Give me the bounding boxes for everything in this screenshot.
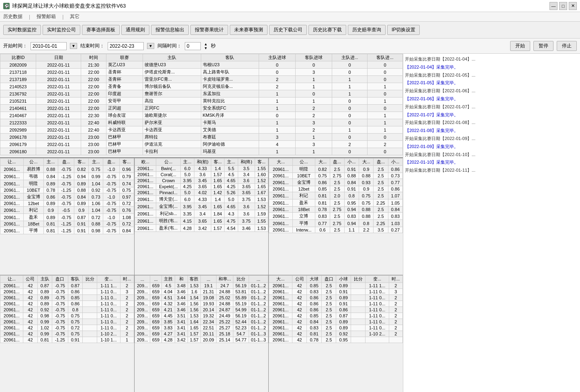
list-item[interactable]: 20961...420.852.50.871-11 0...2 (269, 313, 403, 319)
list-item[interactable]: 20961...Crown3.953.451.654.653.61.52 (135, 178, 268, 184)
list-item[interactable]: 20961...12bet0.89-0.750.891.06-0.750.72 (0, 201, 134, 207)
list-item[interactable]: 20961...420.99-0.750.751-11 0...2 (0, 319, 134, 325)
table-row[interactable]: 21052312022-01-1122:00安哥甲高拉英特克拉比1101 (0, 97, 403, 105)
list-item[interactable]: 20961...韦德0.84-1.250.940.99-0.750.79 (0, 173, 134, 180)
bottom-left-top-table[interactable]: 让...公...主...盘...客...主...盘...客... 20961..… (0, 158, 134, 275)
table-row[interactable]: 20820092022-01-1121:30英乙U23彼德堡U23韦根U2300… (0, 61, 403, 69)
btn-alert-stats[interactable]: 报警赛果统计 (190, 25, 228, 35)
list-item[interactable]: 20961...420.89-0.750.861-11 0...3 (0, 289, 134, 295)
list-item[interactable]: 20961...420.99-0.750.751-10 2...2 (0, 331, 134, 337)
list-item[interactable]: 20961...盈禾(韦...4.283.421.574.543.461.53 (135, 225, 268, 232)
list-item[interactable]: 20961...平博0.81-1.250.910.98-0.750.84 (0, 227, 134, 234)
list-item[interactable]: 20961...420.87-0.750.871-11 1...2 (0, 283, 134, 289)
maximize-button[interactable]: □ (559, 2, 567, 10)
list-item[interactable]: 20961...Bwin(...6.04.331.45.53.51.55 (135, 166, 268, 172)
list-item[interactable]: 20961...420.89-0.750.861-11 0...2 (0, 301, 134, 307)
end-time-input[interactable] (108, 42, 144, 50)
list-item[interactable]: 20961...420.842.50.891-11 0...2 (269, 319, 403, 325)
btn-event-panel[interactable]: 赛事选择面板 (82, 25, 120, 35)
table-row[interactable]: 20961782022-01-1123:00巴林甲席特拉布赛廷3100 (0, 134, 403, 141)
btn-history-match-download[interactable]: 历史比赛下载 (308, 25, 346, 35)
list-item[interactable]: 20961...Interw...0.62.51.12.23.50.27 (269, 227, 403, 233)
list-item[interactable]: 20961...420.852.50.891-11 1...2 (269, 283, 403, 289)
list-item[interactable]: 209...6594.513.441.5419.0825.0255.8901-1… (135, 295, 268, 301)
bottom-middle-bottom-table[interactable]: ......主胜和客胜...和率...比分... 209...6594.53.4… (135, 275, 269, 392)
table-row[interactable]: 21405232022-01-1122:00圣青备博尔顿后备队阿克灵顿后备...… (0, 83, 403, 90)
menu-history-data[interactable]: 历史数据 (3, 13, 22, 20)
stop-button[interactable]: 停止 (557, 41, 577, 51)
list-item[interactable]: 20961...18Bet0.782.750.940.882.50.84 (269, 207, 403, 213)
list-item[interactable]: 20961...420.81-1.250.911-10 1...1 (0, 337, 134, 343)
list-item[interactable]: 20961...明陞0.89-0.750.891.04-0.750.74 (0, 180, 134, 187)
list-item[interactable]: 20961...易胜博0.88-0.750.820.75-1.00.96 (0, 166, 134, 173)
close-button[interactable]: ✕ (569, 2, 577, 10)
list-item[interactable]: 20961...平博0.772.750.940.82.251.03 (269, 220, 403, 227)
list-item[interactable]: 20961...12bet0.852.50.910.92.50.86 (269, 186, 403, 192)
list-item[interactable]: 209...6594.453.511.5319.3224.4956.1901-1… (135, 313, 268, 319)
table-row[interactable]: 21223332022-01-1122:40科威特联萨尔米亚卡斯马1301 (0, 119, 403, 126)
list-item[interactable]: 20961...盈禾0.812.50.950.752.251.05 (269, 199, 403, 207)
btn-realtime-company[interactable]: 实时监控公司 (43, 25, 80, 35)
list-item[interactable]: 209...6593.853.411.6422.3425.2252.4401-1… (135, 319, 268, 325)
table-row[interactable]: 20961802022-01-1123:00巴林甲卡拉利玛基亚1100 (0, 148, 403, 155)
end-time-calendar-btn[interactable]: ▼ (147, 43, 154, 49)
table-row[interactable]: 20961792022-01-1123:00巴林甲伊道法克阿伊迪哈德4322 (0, 141, 403, 148)
list-item[interactable]: 20961...利记sb...3.353.41.844.33.61.59 (135, 210, 268, 217)
list-item[interactable]: 20961...420.862.50.891-11 0...2 (269, 295, 403, 301)
list-item[interactable]: 20961...10BET0.78-1.250.880.92-0.750.75 (0, 187, 134, 193)
list-item[interactable]: 20961...金宝博(...3.953.451.654.653.61.52 (135, 203, 268, 210)
list-item[interactable]: 20961...421.02-0.750.721-11 0...2 (0, 325, 134, 331)
list-item[interactable]: 20961...420.862.50.861-11 0...2 (269, 307, 403, 313)
list-item[interactable]: 20961...金宝博0.862.50.840.932.50.77 (269, 179, 403, 186)
bottom-right-bottom-table[interactable]: 大...公司大球盘口小球比分变...时... 20961...420.852.5… (269, 275, 403, 392)
menu-email[interactable]: 报警邮箱 (37, 13, 56, 20)
list-item[interactable]: 20961...明胜(韦...4.153.651.654.753.751.55 (135, 217, 268, 225)
list-item[interactable]: 20961...盈禾0.89-0.750.870.72-1.01.08 (0, 214, 134, 221)
table-row[interactable]: 21371892022-01-1122:00圣青杯雷亚尔FC青...卡皮哇瑞罗青… (0, 76, 403, 83)
start-time-calendar-btn[interactable]: ▼ (70, 43, 77, 49)
list-item[interactable]: 20961...420.812.50.921-10 2...2 (269, 331, 403, 337)
list-item[interactable]: 209...6594.283.421.5720.0925.1454.7701-1… (135, 337, 268, 343)
pause-button[interactable]: 暂停 (533, 41, 553, 51)
list-item[interactable]: 20961...420.92-0.750.81-11 0...2 (0, 307, 134, 313)
list-item[interactable]: 209...6594.213.461.5620.1424.8754.9901-1… (135, 307, 268, 313)
start-time-input[interactable] (31, 42, 67, 50)
list-item[interactable]: 20961...立博0.832.50.830.882.50.83 (269, 213, 403, 220)
btn-realtime-monitor[interactable]: 实时数据监控 (3, 25, 41, 35)
table-row[interactable]: 20929892022-01-1122:40卡达西亚卡达西亚艾美德1211 (0, 126, 403, 134)
btn-alert-output[interactable]: 报警信息输出 (151, 25, 189, 35)
table-row[interactable]: 21371182022-01-1122:00圣青杯伊塔皮伦斯青...高上路青年队… (0, 69, 403, 76)
list-item[interactable]: 20961...利记0.9-0.50.91.04-0.750.76 (0, 207, 134, 214)
list-item[interactable]: 209...6594.043.461.621.3124.8853.8101-1.… (135, 289, 268, 295)
list-item[interactable]: 20961...10BET0.752.750.880.882.50.73 (269, 173, 403, 179)
title-bar-controls[interactable]: — □ ✕ (549, 2, 577, 10)
list-item[interactable]: 20961...金宝博0.86-0.750.840.73-1.00.97 (0, 193, 134, 201)
btn-ip-switch[interactable]: IP切换设置 (387, 25, 420, 35)
list-item[interactable]: 20961...博天堂(...6.04.331.45.03.751.53 (135, 196, 268, 203)
top-table-container[interactable]: 比赛ID日期时间联赛主队客队主队进球客队进球主队进...客队进... 20820… (0, 54, 403, 158)
btn-general-rules[interactable]: 通用规则 (121, 25, 149, 35)
list-item[interactable]: 209...6594.273.411.5720.1125.1854.701-1.… (135, 331, 268, 337)
table-row[interactable]: 21404672022-01-1122:30球会友谊迪欧斯捷尔KMSK丹泽020… (0, 112, 403, 119)
list-item[interactable]: 20961...420.782.50.95 (269, 337, 403, 343)
menu-other[interactable]: 其它 (70, 13, 80, 20)
bottom-left-bottom-table[interactable]: 让...公司主队盘口客队比分变...时... 20961...420.87-0.… (0, 275, 134, 392)
btn-future-events[interactable]: 未来赛事预测 (230, 25, 268, 35)
start-button[interactable]: 开始 (510, 41, 530, 51)
list-item[interactable]: 20961...420.862.50.911-11 0...2 (269, 301, 403, 307)
btn-history-download-company[interactable]: 历史下载公司 (269, 25, 307, 35)
bottom-right-top-table[interactable]: 大...公...大...盘...小...大...盘...小... 20961..… (269, 158, 403, 275)
list-item[interactable]: 20961...420.89-0.750.851-11 0...2 (0, 295, 134, 301)
list-item[interactable]: 20961...420.832.50.911-11 0...3 (269, 289, 403, 295)
table-row[interactable]: 21367922022-01-1122:00印度超詹谢菩尔东孟加拉1010 (0, 90, 403, 97)
btn-history-odds-query[interactable]: 历史赔率查询 (348, 25, 386, 35)
table-row[interactable]: 21404612022-01-1122:00正冈超正冈FC安全系统FC1200 (0, 105, 403, 112)
list-item[interactable]: 20961...明陞0.822.50.910.92.50.86 (269, 166, 403, 173)
list-item[interactable]: 20961...利记0.812.00.80.752.51.07 (269, 192, 403, 199)
interval-up-btn[interactable]: ▲▼ (204, 42, 208, 50)
bottom-middle-top-table[interactable]: 欧...公...主...和(初)客...主...和(终)客... 20961..… (135, 158, 269, 275)
list-item[interactable]: 20961...Coral(...5.03.61.574.53.41.60 (135, 172, 268, 178)
list-item[interactable]: 20961...420.832.50.891-11 0...2 (269, 325, 403, 331)
list-item[interactable]: 20961...18Bet0.81-1.250.910.88-0.750.72 (0, 221, 134, 227)
list-item[interactable]: 20961...Pinnacl...5.04.021.425.263.651.6… (135, 190, 268, 196)
